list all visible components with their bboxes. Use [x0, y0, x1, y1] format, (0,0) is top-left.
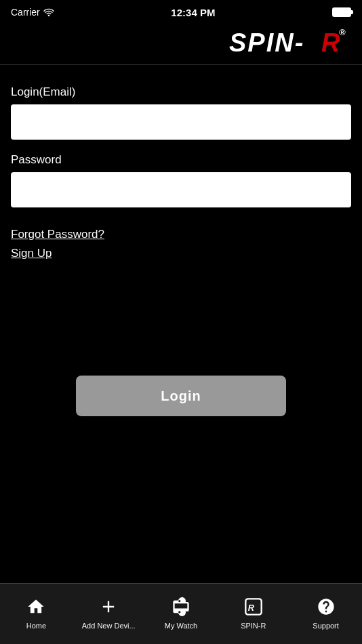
password-label: Password [11, 153, 351, 167]
spin-r-icon: R [244, 597, 263, 619]
login-button-container: Login [11, 376, 351, 416]
tab-item-support[interactable]: Support [289, 597, 362, 630]
main-content: Login(Email) Password Forgot Password? S… [0, 65, 362, 416]
tab-label-support: Support [313, 622, 339, 630]
tab-item-home[interactable]: Home [0, 597, 73, 630]
carrier-text: Carrier [11, 7, 40, 18]
tab-item-my-watch[interactable]: My Watch [145, 597, 218, 630]
home-icon [26, 597, 45, 619]
email-field-group: Login(Email) [11, 85, 351, 153]
logo-container: SPIN- R ® [229, 27, 351, 61]
wifi-icon [43, 8, 54, 16]
add-device-icon [99, 597, 118, 619]
svg-text:®: ® [339, 27, 347, 37]
tab-item-spin-r[interactable]: R SPIN-R [217, 597, 289, 630]
support-icon [317, 597, 336, 619]
status-bar: Carrier 12:34 PM [0, 0, 362, 24]
my-watch-icon [172, 597, 190, 619]
login-button[interactable]: Login [76, 376, 286, 416]
tab-label-spin-r: SPIN-R [241, 622, 266, 630]
password-input[interactable] [11, 172, 351, 207]
spin-r-logo: SPIN- R ® [229, 27, 351, 56]
status-carrier: Carrier [11, 7, 54, 18]
logo-text: SPIN- R ® [229, 27, 351, 61]
header: SPIN- R ® [0, 24, 362, 65]
sign-up-link[interactable]: Sign Up [11, 247, 52, 260]
password-field-group: Password [11, 153, 351, 221]
status-time: 12:34 PM [171, 7, 215, 18]
tab-label-my-watch: My Watch [165, 622, 198, 630]
status-right [332, 7, 351, 17]
tab-bar: Home Add New Devi... My Watch R SPIN-R S… [0, 583, 362, 644]
svg-text:SPIN-: SPIN- [229, 28, 304, 56]
email-input[interactable] [11, 104, 351, 140]
links-section: Forgot Password? Sign Up [11, 228, 351, 260]
tab-item-add-device[interactable]: Add New Devi... [73, 597, 145, 630]
email-label: Login(Email) [11, 85, 351, 99]
tab-label-add-device: Add New Devi... [82, 622, 136, 630]
svg-text:R: R [248, 602, 255, 612]
battery-icon [332, 7, 351, 17]
forgot-password-link[interactable]: Forgot Password? [11, 228, 104, 241]
tab-label-home: Home [26, 622, 46, 630]
